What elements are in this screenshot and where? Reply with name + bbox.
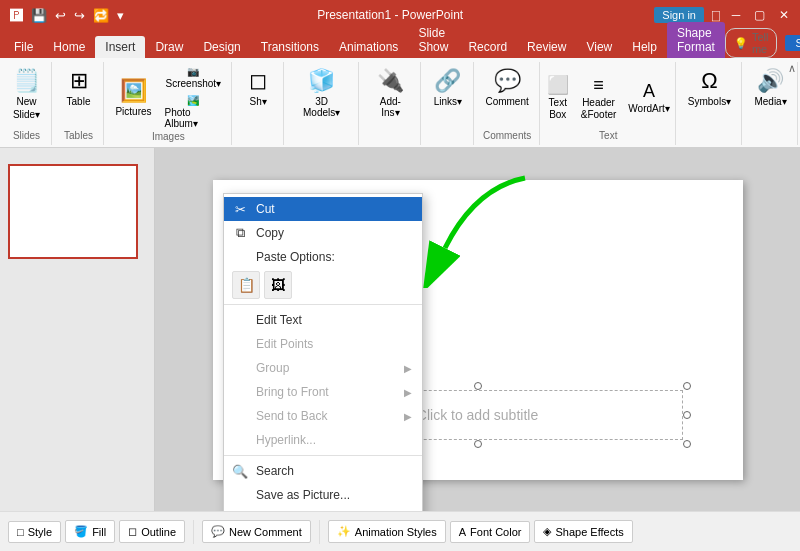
handle-br[interactable] <box>683 440 691 448</box>
status-outline-button[interactable]: ◻ Outline <box>119 520 185 543</box>
context-menu-hyperlink: Hyperlink... <box>224 428 422 452</box>
status-bar: □ Style 🪣 Fill ◻ Outline 💬 New Comment ✨… <box>0 511 800 551</box>
tab-insert[interactable]: Insert <box>95 36 145 58</box>
minimize-button[interactable]: ─ <box>728 7 744 23</box>
context-menu-group: Group ▶ <box>224 356 422 380</box>
tab-record[interactable]: Record <box>458 36 517 58</box>
tab-transitions[interactable]: Transitions <box>251 36 329 58</box>
outline-icon: ◻ <box>128 525 137 538</box>
canvas-area: Click to add subtitle ✂ Cut <box>155 148 800 511</box>
header-icon: ≡ <box>593 75 604 96</box>
ribbon-group-images: 🖼️ Pictures 📷 Screenshot▾ 🏞️ Photo Album… <box>106 62 232 145</box>
maximize-button[interactable]: ▢ <box>752 7 768 23</box>
textbox-icon: ⬜ <box>547 74 569 96</box>
addins-button[interactable]: 🔌 Add-Ins▾ <box>367 64 415 122</box>
shapes-icon: ◻ <box>249 68 267 94</box>
handle-mr[interactable] <box>683 411 691 419</box>
ribbon-tabs: File Home Insert Draw Design Transitions… <box>0 30 800 58</box>
tab-slideshow[interactable]: Slide Show <box>408 22 458 58</box>
hyperlink-icon <box>232 432 248 448</box>
status-style-button[interactable]: □ Style <box>8 521 61 543</box>
wordart-button[interactable]: A WordArt▾ <box>624 79 674 116</box>
3dmodels-button[interactable]: 🧊 3D Models▾ <box>292 64 352 122</box>
3dmodels-icon: 🧊 <box>308 68 335 94</box>
title-bar-right: Sign in ⎕ ─ ▢ ✕ <box>654 7 792 23</box>
photo-album-button[interactable]: 🏞️ Photo Album▾ <box>161 93 227 131</box>
status-sep-2 <box>319 520 320 544</box>
status-animation-styles-button[interactable]: ✨ Animation Styles <box>328 520 446 543</box>
edit-text-icon <box>232 312 248 328</box>
textbox-button[interactable]: ⬜ Text Box <box>543 72 573 122</box>
context-menu-search[interactable]: 🔍 Search <box>224 459 422 483</box>
context-menu-copy[interactable]: ⧉ Copy <box>224 221 422 245</box>
customize-icon[interactable]: ▾ <box>115 6 126 25</box>
status-font-color-button[interactable]: A Font Color <box>450 521 531 543</box>
context-menu-translate[interactable]: 🌐 Translate <box>224 507 422 511</box>
screenshot-icon: 📷 <box>187 66 199 77</box>
handle-bm[interactable] <box>474 440 482 448</box>
tab-file[interactable]: File <box>4 36 43 58</box>
wordart-icon: A <box>643 81 655 102</box>
header-footer-button[interactable]: ≡ Header &Footer <box>577 73 621 122</box>
tab-help[interactable]: Help <box>622 36 667 58</box>
screenshot-button[interactable]: 📷 Screenshot▾ <box>161 64 227 91</box>
status-new-comment-button[interactable]: 💬 New Comment <box>202 520 311 543</box>
tab-animations[interactable]: Animations <box>329 36 408 58</box>
status-shape-effects-button[interactable]: ◈ Shape Effects <box>534 520 632 543</box>
tab-home[interactable]: Home <box>43 36 95 58</box>
share-button[interactable]: Share <box>785 35 800 51</box>
status-sep-1 <box>193 520 194 544</box>
shapes-button[interactable]: ◻ Sh▾ <box>238 64 278 111</box>
media-button[interactable]: 🔊 Media▾ <box>748 64 792 111</box>
context-menu-save-as-picture[interactable]: Save as Picture... <box>224 483 422 507</box>
slide-thumbnail[interactable] <box>8 164 138 259</box>
tab-draw[interactable]: Draw <box>145 36 193 58</box>
symbols-button[interactable]: Ω Symbols▾ <box>682 64 737 111</box>
ribbon-group-tables: ⊞ Style Table Tables <box>54 62 104 145</box>
undo-icon[interactable]: ↩ <box>53 6 68 25</box>
table-button[interactable]: ⊞ Style Table <box>59 64 99 111</box>
lightbulb-icon: 💡 <box>734 37 748 50</box>
context-menu-cut[interactable]: ✂ Cut <box>224 197 422 221</box>
text-group-label: Text <box>599 130 617 143</box>
tab-design[interactable]: Design <box>193 36 250 58</box>
tell-me-input[interactable]: 💡 Tell me <box>725 28 778 58</box>
comment-button[interactable]: 💬 Comment <box>479 64 534 111</box>
animation-styles-icon: ✨ <box>337 525 351 538</box>
new-slide-icon: 🗒️ <box>13 68 40 94</box>
comments-group-label: Comments <box>483 130 531 143</box>
images-group-label: Images <box>152 131 185 144</box>
tab-review[interactable]: Review <box>517 36 576 58</box>
ribbon-group-symbols: Ω Symbols▾ <box>678 62 742 145</box>
handle-tm[interactable] <box>474 382 482 390</box>
title-bar-left: 🅿 💾 ↩ ↪ 🔁 ▾ <box>8 6 126 25</box>
save-picture-icon <box>232 487 248 503</box>
links-button[interactable]: 🔗 Links▾ <box>428 64 468 111</box>
pictures-button[interactable]: 🖼️ Pictures <box>110 74 156 121</box>
ribbon-toggle-icon[interactable]: ⎕ <box>712 8 720 23</box>
repeat-icon[interactable]: 🔁 <box>91 6 111 25</box>
context-menu-paste-label: Paste Options: <box>224 245 422 269</box>
ribbon-collapse-button[interactable]: ∧ <box>788 62 796 75</box>
new-slide-button[interactable]: 🗒️ New Slide▾ <box>7 64 47 124</box>
ribbon-group-slides: 🗒️ New Slide▾ Slides <box>2 62 52 145</box>
paste-btn-2[interactable]: 🖼 <box>264 271 292 299</box>
bring-front-icon <box>232 384 248 400</box>
tab-view[interactable]: View <box>576 36 622 58</box>
paste-btn-1[interactable]: 📋 <box>232 271 260 299</box>
sign-in-button[interactable]: Sign in <box>654 7 704 23</box>
app-body: 1 Click to add subtitle <box>0 148 800 511</box>
redo-icon[interactable]: ↪ <box>72 6 87 25</box>
context-menu-send-back: Send to Back ▶ <box>224 404 422 428</box>
context-menu-edit-text[interactable]: Edit Text <box>224 308 422 332</box>
addins-icon: 🔌 <box>377 68 404 94</box>
ctx-sep-2 <box>224 455 422 456</box>
status-fill-button[interactable]: 🪣 Fill <box>65 520 115 543</box>
ribbon-group-3dmodels: 🧊 3D Models▾ <box>286 62 359 145</box>
quick-access-toolbar: 🅿 💾 ↩ ↪ 🔁 ▾ <box>8 6 126 25</box>
handle-tr[interactable] <box>683 382 691 390</box>
slide-panel: 1 <box>0 148 155 511</box>
save-icon[interactable]: 💾 <box>29 6 49 25</box>
tab-shape-format[interactable]: Shape Format <box>667 22 725 58</box>
close-button[interactable]: ✕ <box>776 7 792 23</box>
